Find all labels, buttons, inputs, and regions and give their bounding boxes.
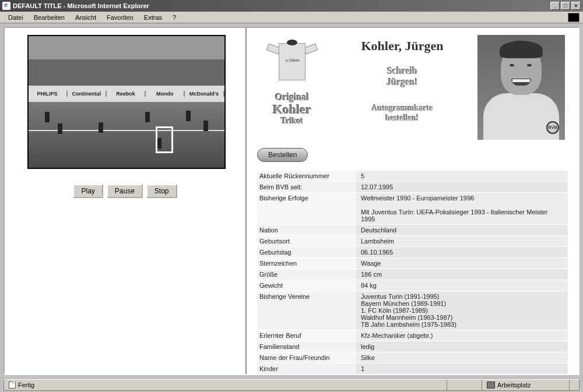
info-label: Name der Frau/Freundin [257,352,356,363]
window-close-button[interactable]: × [571,2,581,10]
trikot-promo: Original Kohler Trikot [257,92,327,125]
info-label: Bisherige Vereine [257,291,356,330]
info-value: 186 cm [356,269,568,280]
player-highlight-box [156,126,173,153]
computer-icon [487,382,495,389]
info-label: Bisherige Erfolge [257,193,356,224]
info-row: Beim BVB seit:12.07.1995 [257,181,568,192]
ad-5: McDonald's [185,91,224,97]
info-label: Kinder [257,363,356,374]
info-value: 06.10.1965 [356,247,568,257]
info-row: Gewicht84 kg [257,280,568,291]
info-value: Lambsheim [356,236,568,246]
menu-bearbeiten[interactable]: Bearbeiten [29,13,69,22]
ad-1: PHILIPS [29,91,68,97]
video-frame[interactable]: PHILIPS Continental Reebok Mondo McDonal… [27,35,226,169]
info-label: Nation [257,225,356,235]
ad-4: Mondo [146,91,185,97]
jersey-image: s.Oliver [266,35,318,87]
info-value: 84 kg [356,280,568,291]
autogramm-line2: bestellen! [335,114,469,123]
info-label: Beim BVB seit: [257,182,356,192]
info-row: Geburtstag06.10.1965 [257,246,568,257]
ad-3: Reebok [107,91,146,97]
order-button[interactable]: Bestellen [257,148,308,162]
info-label: Geburtsort [257,236,356,246]
ie-icon [2,2,10,10]
ad-boards: PHILIPS Continental Reebok Mondo McDonal… [29,86,224,102]
player-name: Kohler, Jürgen [335,38,469,54]
schreib-link[interactable]: Schreib Jürgen! [335,65,469,87]
schreib-line2: Jürgen! [335,76,469,87]
info-row: Name der Frau/FreundinSilke [257,352,568,363]
info-row: SternzeichenWaage [257,257,568,269]
video-controls: Play Pause Stop [73,184,177,198]
info-value: Waage [356,258,568,269]
info-row: Kinder1 [257,363,568,374]
schreib-line1: Schreib [335,65,469,76]
info-row: Erlernter BerufKfz-Mechaniker (abgebr.) [257,330,568,341]
menu-favoriten[interactable]: Favoriten [102,13,138,22]
status-bar: Fertig Arbeitsplatz [3,379,580,391]
window-titlebar: DEFAULT TITLE - Microsoft Internet Explo… [0,0,583,12]
stop-button[interactable]: Stop [146,184,177,198]
ie-throbber-icon [568,13,580,22]
autogramm-line1: Autogrammkarte [335,104,469,114]
menu-help[interactable]: ? [168,13,181,22]
info-label: Familienstand [257,341,356,352]
document-icon [9,382,16,389]
profile-pane: s.Oliver Original Kohler Trikot Kohler, … [247,28,578,374]
club-badge-icon: BVB [546,121,559,134]
info-value: Juventus Turin (1991-1995) Bayern Münche… [356,291,568,330]
window-minimize-button[interactable]: _ [550,2,560,10]
menu-extras[interactable]: Extras [139,13,167,22]
info-label: Gewicht [257,280,356,291]
play-button[interactable]: Play [73,184,103,198]
security-zone: Arbeitsplatz [497,382,531,389]
info-label: Sternzeichen [257,258,356,269]
trikot-line3: Trikot [257,116,327,125]
window-maximize-button[interactable]: □ [561,2,570,10]
info-value: Deutschland [356,225,568,235]
trikot-line1: Original [257,92,327,103]
info-value: 12.07.1995 [356,182,568,192]
info-label: Aktuelle Rückennummer [257,171,356,181]
window-title: DEFAULT TITLE - Microsoft Internet Explo… [13,2,550,9]
content-area: PHILIPS Continental Reebok Mondo McDonal… [3,27,580,375]
jersey-sponsor-text: s.Oliver [286,58,300,62]
info-value: Silke [356,352,568,363]
info-value: ledig [356,341,568,352]
pause-button[interactable]: Pause [107,184,143,198]
video-pane: PHILIPS Continental Reebok Mondo McDonal… [5,28,247,374]
info-value: 1 [356,363,568,374]
info-row: Bisherige VereineJuventus Turin (1991-19… [257,291,568,330]
ad-2: Continental [68,91,107,97]
menubar: Datei Bearbeiten Ansicht Favoriten Extra… [0,12,583,23]
info-label: Größe [257,269,356,280]
info-row: Größe186 cm [257,269,568,280]
info-value: 5 [356,171,568,181]
menu-datei[interactable]: Datei [3,13,28,22]
info-row: Aktuelle Rückennummer5 [257,170,568,181]
info-row: Bisherige ErfolgeWeltmeister 1990 - Euro… [257,192,568,224]
menu-ansicht[interactable]: Ansicht [71,13,101,22]
autogramm-link[interactable]: Autogrammkarte bestellen! [335,104,469,123]
info-value: Weltmeister 1990 - Europameister 1996 Mi… [356,193,568,224]
info-label: Erlernter Beruf [257,330,356,341]
info-label: Geburtstag [257,247,356,257]
info-row: NationDeutschland [257,224,568,235]
info-row: Familienstandledig [257,341,568,352]
player-portrait: BVB [477,35,565,140]
status-text: Fertig [18,382,34,389]
info-value: Kfz-Mechaniker (abgebr.) [356,330,568,341]
info-row: GeburtsortLambsheim [257,235,568,246]
player-info-table: Aktuelle Rückennummer5Beim BVB seit:12.0… [257,170,568,374]
trikot-line2: Kohler [257,103,327,116]
